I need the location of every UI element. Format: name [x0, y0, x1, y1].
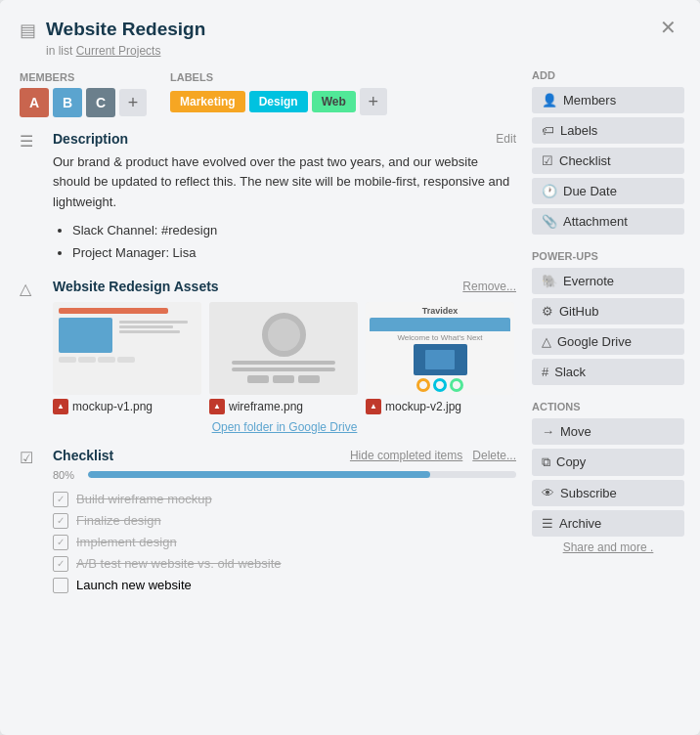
- checklist-icon: ☑: [542, 153, 553, 168]
- google-drive-label: Google Drive: [557, 334, 632, 349]
- file-label: ▲ mockup-v1.png: [53, 399, 201, 414]
- copy-button[interactable]: ⧉ Copy: [532, 449, 684, 476]
- remove-button[interactable]: Remove...: [462, 280, 516, 293]
- item-text: Build wireframe mockup: [76, 492, 212, 506]
- list-ref-link[interactable]: Current Projects: [76, 44, 161, 58]
- slack-label: Slack: [554, 365, 586, 379]
- thumbnail-image: Travidex Welcome to What's Next: [366, 302, 514, 395]
- list-ref-prefix: in list: [46, 44, 72, 58]
- card-modal: ▤ Website Redesign in list Current Proje…: [0, 0, 700, 735]
- main-column: Members A B C + Labels Marketing Design …: [10, 67, 526, 725]
- description-header: Description Edit: [53, 131, 516, 147]
- file-label: ▲ wireframe.png: [209, 399, 358, 414]
- progress-bar-background: [88, 471, 516, 478]
- google-drive-button[interactable]: △ Google Drive: [532, 328, 684, 355]
- list-item: Slack Channel: #redesign: [72, 219, 516, 241]
- item-text: Launch new website: [76, 578, 192, 592]
- item-text: A/B test new website vs. old website: [76, 556, 282, 571]
- card-icon: ▤: [20, 20, 36, 41]
- add-member-button[interactable]: +: [119, 89, 147, 116]
- attachment-icon: 📎: [542, 214, 557, 229]
- card-list-ref: in list Current Projects: [46, 44, 656, 58]
- meta-row: Members A B C + Labels Marketing Design …: [20, 67, 516, 117]
- members-section: Members A B C +: [20, 71, 147, 117]
- description-list: Slack Channel: #redesign Project Manager…: [53, 219, 516, 265]
- file-name: mockup-v2.jpg: [385, 400, 461, 413]
- checklist-section: ☑ Checklist Hide completed items Delete.…: [20, 448, 516, 596]
- modal-header: ▤ Website Redesign in list Current Proje…: [0, 0, 700, 67]
- add-labels-label: Labels: [560, 123, 597, 138]
- subscribe-label: Subscribe: [560, 486, 617, 500]
- check-icon: ✓: [53, 513, 68, 529]
- close-button[interactable]: ✕: [656, 18, 680, 37]
- label-icon: 🏷: [542, 123, 554, 138]
- checklist-item[interactable]: ✓ Build wireframe mockup: [53, 489, 516, 510]
- sidebar: Add 👤 Members 🏷 Labels ☑ Checklist 🕐 Due…: [526, 67, 690, 725]
- check-icon: [53, 578, 68, 593]
- slack-button[interactable]: # Slack: [532, 359, 684, 385]
- checklist-item[interactable]: ✓ Finalize design: [53, 510, 516, 532]
- add-due-date-label: Due Date: [563, 184, 617, 198]
- subscribe-button[interactable]: 👁 Subscribe: [532, 480, 684, 506]
- open-folder-button[interactable]: Open folder in Google Drive: [53, 420, 516, 434]
- checklist-item[interactable]: ✓ A/B test new website vs. old website: [53, 553, 516, 575]
- github-button[interactable]: ⚙ GitHub: [532, 298, 684, 324]
- add-checklist-button[interactable]: ☑ Checklist: [532, 148, 684, 174]
- archive-button[interactable]: ☰ Archive: [532, 510, 684, 537]
- evernote-label: Evernote: [563, 274, 614, 288]
- labels-list: Marketing Design Web +: [170, 88, 387, 115]
- attachment-section: △ Website Redesign Assets Remove...: [20, 279, 516, 434]
- member-icon: 👤: [542, 93, 557, 108]
- add-labels-button[interactable]: 🏷 Labels: [532, 117, 684, 144]
- delete-checklist-button[interactable]: Delete...: [472, 449, 516, 462]
- labels-label: Labels: [170, 71, 387, 83]
- add-label-button[interactable]: +: [360, 88, 387, 115]
- check-icon: ✓: [53, 492, 68, 507]
- file-name: wireframe.png: [229, 400, 303, 413]
- actions-section-title: Actions: [532, 401, 684, 412]
- check-icon: ✓: [53, 556, 68, 572]
- members-label: Members: [20, 71, 147, 83]
- due-date-icon: 🕐: [542, 184, 557, 198]
- add-members-button[interactable]: 👤 Members: [532, 87, 684, 113]
- file-icon: ▲: [366, 399, 381, 414]
- copy-label: Copy: [556, 454, 586, 469]
- evernote-button[interactable]: 🐘 Evernote: [532, 268, 684, 294]
- description-edit-button[interactable]: Edit: [496, 132, 516, 146]
- add-due-date-button[interactable]: 🕐 Due Date: [532, 178, 684, 204]
- evernote-icon: 🐘: [542, 274, 557, 288]
- checklist-header: Checklist Hide completed items Delete...: [53, 448, 516, 463]
- checklist-item[interactable]: Launch new website: [53, 575, 516, 596]
- description-icon: ☰: [20, 132, 47, 265]
- members-list: A B C +: [20, 88, 147, 117]
- attachment-header: Website Redesign Assets Remove...: [53, 279, 516, 294]
- avatar[interactable]: B: [53, 88, 82, 117]
- share-more-button[interactable]: Share and more .: [532, 540, 684, 554]
- thumbnail-item[interactable]: ▲ wireframe.png: [209, 302, 358, 414]
- modal-body: Members A B C + Labels Marketing Design …: [0, 67, 700, 735]
- add-attachment-label: Attachment: [563, 214, 628, 229]
- thumbnail-item[interactable]: Travidex Welcome to What's Next: [366, 302, 514, 414]
- description-section: ☰ Description Edit Our brand & product h…: [20, 131, 516, 265]
- avatar[interactable]: A: [20, 88, 49, 117]
- avatar[interactable]: C: [86, 88, 115, 117]
- checklist-actions: Hide completed items Delete...: [350, 449, 516, 462]
- add-attachment-button[interactable]: 📎 Attachment: [532, 208, 684, 235]
- label-web[interactable]: Web: [312, 91, 356, 112]
- thumbnail-item[interactable]: ▲ mockup-v1.png: [53, 302, 201, 414]
- label-design[interactable]: Design: [249, 91, 308, 112]
- attachment-title: Website Redesign Assets: [53, 279, 462, 294]
- file-icon: ▲: [209, 399, 225, 414]
- archive-icon: ☰: [542, 516, 553, 531]
- progress-percent: 80%: [53, 469, 80, 481]
- google-drive-icon: △: [542, 334, 551, 349]
- label-marketing[interactable]: Marketing: [170, 91, 245, 112]
- file-name: mockup-v1.png: [72, 400, 153, 413]
- description-title: Description: [53, 131, 496, 147]
- move-button[interactable]: → Move: [532, 418, 684, 445]
- thumbnail-image: [209, 302, 358, 395]
- slack-icon: #: [542, 365, 548, 379]
- subscribe-icon: 👁: [542, 486, 554, 500]
- checklist-item[interactable]: ✓ Implement design: [53, 532, 516, 553]
- hide-completed-button[interactable]: Hide completed items: [350, 449, 462, 462]
